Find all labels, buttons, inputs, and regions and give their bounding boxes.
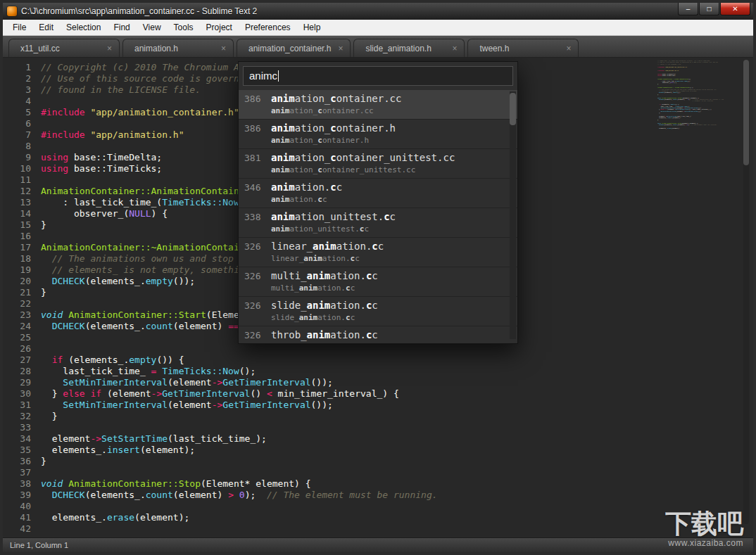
menu-item-preferences[interactable]: Preferences (239, 20, 297, 35)
goto-item[interactable]: 326multi_animation.ccmulti_animation.cc (239, 267, 517, 297)
goto-item-score: 381 (244, 151, 271, 178)
line-number: 24 (3, 321, 41, 332)
goto-anything-input[interactable]: animc (243, 66, 513, 86)
line-number: 27 (3, 355, 41, 366)
window-title: C:\J\chromium\src\app\animation_containe… (21, 6, 257, 16)
code-line-36: 36} (3, 456, 481, 467)
code-line-25: // element is not running. (657, 101, 669, 102)
tab-close-icon[interactable]: × (452, 44, 457, 53)
code-line-7: #include "app/animation.h" (657, 70, 669, 71)
tab-label: tween.h (479, 44, 509, 53)
goto-item-path: animation_unittest.cc (271, 224, 396, 234)
menu-item-edit[interactable]: Edit (32, 20, 60, 35)
line-number: 2 (3, 73, 41, 84)
goto-item-score: 326 (244, 269, 271, 296)
line-number: 29 (3, 377, 41, 388)
tab-label: slide_animation.h (365, 44, 431, 53)
line-number: 20 (3, 276, 41, 287)
code-line-39: DCHECK(elements_.count(element) > 0); //… (657, 124, 669, 125)
goto-scrollbar[interactable] (510, 91, 516, 339)
line-number: 37 (3, 467, 41, 478)
window-controls: – □ ✕ (678, 3, 750, 15)
editor-area[interactable]: 1// Copyright (c) 2010 The Chromium Auth… (3, 58, 753, 537)
line-number: 18 (3, 253, 41, 264)
menu-item-project[interactable]: Project (200, 20, 239, 35)
goto-item[interactable]: 338animation_unittest.ccanimation_unitte… (239, 208, 517, 238)
minimap[interactable]: // Copyright (c) 2010 The Chromium Autho… (657, 60, 733, 211)
tab-close-icon[interactable]: × (338, 44, 343, 53)
code-line-26: 26 (3, 343, 481, 355)
goto-item-path: multi_animation.cc (271, 283, 378, 293)
goto-item[interactable]: 386animation_container.hanimation_contai… (239, 120, 517, 149)
code-line-31: 31 SetMinTimerInterval(element->GetTimer… (3, 400, 481, 411)
line-number: 30 (3, 388, 41, 400)
tab-slide_animation.h[interactable]: slide_animation.h× (353, 39, 465, 57)
tab-close-icon[interactable]: × (221, 44, 226, 53)
menubar: FileEditSelectionFindViewToolsProjectPre… (3, 20, 753, 36)
code-line-37: 37 (3, 467, 481, 478)
minimize-button[interactable]: – (678, 3, 698, 15)
code-line-3: // found in the LICENSE file. (657, 63, 669, 65)
goto-item-score: 338 (244, 210, 271, 237)
goto-item[interactable]: 326linear_animation.cclinear_animation.c… (239, 238, 517, 267)
code-line-33: 33 (3, 422, 481, 433)
tab-x11_util.cc[interactable]: x11_util.cc× (8, 39, 120, 57)
menu-item-selection[interactable]: Selection (60, 20, 107, 35)
goto-item[interactable]: 326slide_animation.ccslide_animation.cc (239, 297, 517, 326)
titlebar[interactable]: C:\J\chromium\src\app\animation_containe… (3, 3, 753, 20)
goto-item-score: 346 (244, 181, 271, 208)
line-number: 10 (3, 163, 41, 174)
goto-anything-panel: animc 386animation_container.ccanimation… (238, 61, 518, 344)
text-caret (278, 70, 279, 82)
code-line-29: 29 SetMinTimerInterval(element->GetTimer… (3, 377, 481, 388)
line-number: 23 (3, 310, 41, 321)
tab-animation.h[interactable]: animation.h× (122, 39, 234, 57)
goto-item-filename: animation_unittest.cc (271, 210, 396, 224)
menu-item-help[interactable]: Help (297, 20, 327, 35)
tab-animation_container.h[interactable]: animation_container.h× (237, 39, 351, 57)
close-icon: ✕ (732, 6, 738, 13)
status-bar: Line 1, Column 1 (3, 537, 753, 552)
editor-scrollbar[interactable] (743, 60, 749, 524)
menu-item-view[interactable]: View (137, 20, 168, 35)
code-line-34: 34 element->SetStartTime(last_tick_time_… (3, 433, 481, 445)
line-number: 9 (3, 152, 41, 163)
goto-item[interactable]: 326throb_animation.ccthrob_animation.cc (239, 326, 517, 343)
tab-close-icon[interactable]: × (107, 44, 112, 53)
menu-item-tools[interactable]: Tools (168, 20, 200, 35)
code-line-42: 42 (3, 523, 481, 535)
editor-scrollbar-thumb[interactable] (743, 60, 749, 165)
line-number: 8 (3, 141, 41, 152)
code-line-41: 41 elements_.erase(element); (3, 512, 481, 523)
line-number: 21 (3, 287, 41, 298)
menu-item-find[interactable]: Find (107, 20, 136, 35)
code-line-10: using base::TimeTicks; (657, 75, 669, 77)
code-line-40: 40 (3, 501, 481, 512)
goto-item[interactable]: 346animation.ccanimation.cc (239, 179, 517, 208)
menu-item-file[interactable]: File (6, 20, 32, 35)
goto-item-path: slide_animation.cc (271, 312, 378, 323)
goto-scrollbar-thumb[interactable] (510, 93, 516, 125)
maximize-button[interactable]: □ (699, 3, 719, 15)
tab-close-icon[interactable]: × (566, 44, 571, 53)
code-line-39: 39 DCHECK(elements_.count(element) > 0);… (3, 490, 481, 501)
goto-item[interactable]: 381animation_container_unittest.ccanimat… (239, 149, 517, 179)
line-number: 38 (3, 478, 41, 490)
code-line-35: elements_.insert(element); (657, 117, 669, 119)
line-number: 36 (3, 456, 41, 467)
minimap-content: // Copyright (c) 2010 The Chromium Autho… (657, 60, 669, 131)
code-line-32: 32 } (3, 411, 481, 422)
goto-item[interactable]: 386animation_container.ccanimation_conta… (239, 90, 517, 120)
code-line-5: #include "app/animation_container.h" (657, 67, 669, 68)
goto-query-text: animc (249, 70, 277, 82)
close-button[interactable]: ✕ (720, 3, 750, 15)
line-number: 32 (3, 411, 41, 422)
goto-item-path: linear_animation.cc (271, 253, 384, 264)
tab-tween.h[interactable]: tween.h× (467, 39, 579, 57)
line-number: 5 (3, 107, 41, 118)
maximize-icon: □ (707, 6, 711, 13)
goto-result-list: 386animation_container.ccanimation_conta… (239, 90, 517, 343)
code-line-27: 27 if (elements_.empty()) { (3, 355, 481, 366)
line-number: 6 (3, 118, 41, 129)
code-line-30: 30 } else if (element->GetTimerInterval(… (3, 388, 481, 400)
